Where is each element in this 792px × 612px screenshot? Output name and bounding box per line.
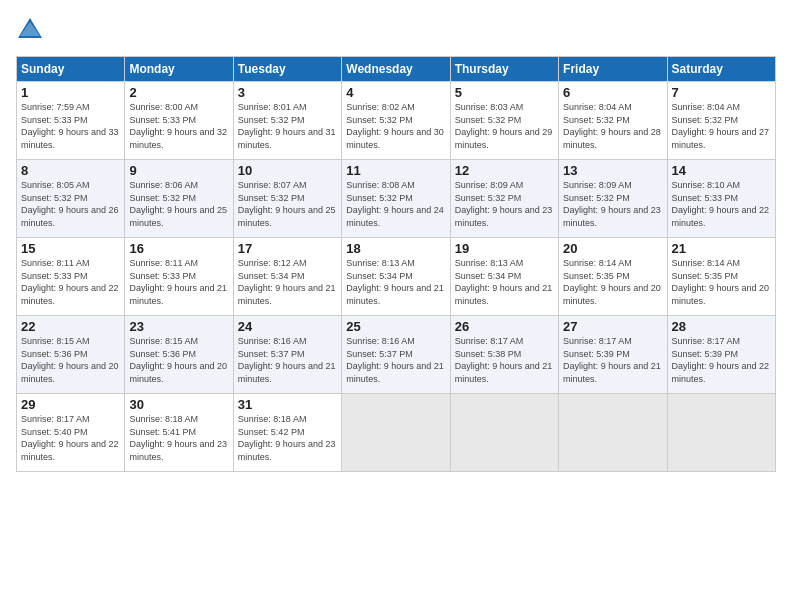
- day-number: 22: [21, 319, 120, 334]
- calendar-cell: 2Sunrise: 8:00 AMSunset: 5:33 PMDaylight…: [125, 82, 233, 160]
- day-info: Sunrise: 8:15 AMSunset: 5:36 PMDaylight:…: [21, 335, 120, 385]
- calendar-cell: 30Sunrise: 8:18 AMSunset: 5:41 PMDayligh…: [125, 394, 233, 472]
- day-number: 28: [672, 319, 771, 334]
- calendar-cell: 8Sunrise: 8:05 AMSunset: 5:32 PMDaylight…: [17, 160, 125, 238]
- day-info: Sunrise: 8:14 AMSunset: 5:35 PMDaylight:…: [672, 257, 771, 307]
- day-number: 9: [129, 163, 228, 178]
- day-info: Sunrise: 8:12 AMSunset: 5:34 PMDaylight:…: [238, 257, 337, 307]
- day-info: Sunrise: 8:10 AMSunset: 5:33 PMDaylight:…: [672, 179, 771, 229]
- calendar-cell: 14Sunrise: 8:10 AMSunset: 5:33 PMDayligh…: [667, 160, 775, 238]
- day-number: 3: [238, 85, 337, 100]
- day-number: 14: [672, 163, 771, 178]
- calendar-cell: 20Sunrise: 8:14 AMSunset: 5:35 PMDayligh…: [559, 238, 667, 316]
- day-number: 23: [129, 319, 228, 334]
- day-number: 6: [563, 85, 662, 100]
- calendar-week-1: 1Sunrise: 7:59 AMSunset: 5:33 PMDaylight…: [17, 82, 776, 160]
- day-number: 7: [672, 85, 771, 100]
- day-info: Sunrise: 8:04 AMSunset: 5:32 PMDaylight:…: [563, 101, 662, 151]
- day-number: 20: [563, 241, 662, 256]
- svg-marker-1: [20, 22, 40, 36]
- calendar-week-3: 15Sunrise: 8:11 AMSunset: 5:33 PMDayligh…: [17, 238, 776, 316]
- day-number: 26: [455, 319, 554, 334]
- calendar-cell: 5Sunrise: 8:03 AMSunset: 5:32 PMDaylight…: [450, 82, 558, 160]
- calendar-cell: 29Sunrise: 8:17 AMSunset: 5:40 PMDayligh…: [17, 394, 125, 472]
- day-header-tuesday: Tuesday: [233, 57, 341, 82]
- calendar-cell: 18Sunrise: 8:13 AMSunset: 5:34 PMDayligh…: [342, 238, 450, 316]
- day-info: Sunrise: 8:13 AMSunset: 5:34 PMDaylight:…: [346, 257, 445, 307]
- day-info: Sunrise: 8:11 AMSunset: 5:33 PMDaylight:…: [21, 257, 120, 307]
- day-info: Sunrise: 8:17 AMSunset: 5:38 PMDaylight:…: [455, 335, 554, 385]
- calendar-cell: 25Sunrise: 8:16 AMSunset: 5:37 PMDayligh…: [342, 316, 450, 394]
- calendar-cell: [342, 394, 450, 472]
- day-number: 10: [238, 163, 337, 178]
- calendar-cell: 1Sunrise: 7:59 AMSunset: 5:33 PMDaylight…: [17, 82, 125, 160]
- day-header-thursday: Thursday: [450, 57, 558, 82]
- day-header-friday: Friday: [559, 57, 667, 82]
- day-info: Sunrise: 8:06 AMSunset: 5:32 PMDaylight:…: [129, 179, 228, 229]
- day-header-monday: Monday: [125, 57, 233, 82]
- calendar-table: SundayMondayTuesdayWednesdayThursdayFrid…: [16, 56, 776, 472]
- calendar-week-2: 8Sunrise: 8:05 AMSunset: 5:32 PMDaylight…: [17, 160, 776, 238]
- calendar-cell: [667, 394, 775, 472]
- day-info: Sunrise: 8:07 AMSunset: 5:32 PMDaylight:…: [238, 179, 337, 229]
- calendar-cell: 16Sunrise: 8:11 AMSunset: 5:33 PMDayligh…: [125, 238, 233, 316]
- day-number: 2: [129, 85, 228, 100]
- day-number: 27: [563, 319, 662, 334]
- day-info: Sunrise: 8:08 AMSunset: 5:32 PMDaylight:…: [346, 179, 445, 229]
- calendar-cell: 11Sunrise: 8:08 AMSunset: 5:32 PMDayligh…: [342, 160, 450, 238]
- logo-icon: [16, 16, 44, 44]
- day-number: 25: [346, 319, 445, 334]
- day-info: Sunrise: 8:02 AMSunset: 5:32 PMDaylight:…: [346, 101, 445, 151]
- calendar-cell: 27Sunrise: 8:17 AMSunset: 5:39 PMDayligh…: [559, 316, 667, 394]
- calendar-cell: 23Sunrise: 8:15 AMSunset: 5:36 PMDayligh…: [125, 316, 233, 394]
- day-info: Sunrise: 8:17 AMSunset: 5:40 PMDaylight:…: [21, 413, 120, 463]
- calendar-cell: 17Sunrise: 8:12 AMSunset: 5:34 PMDayligh…: [233, 238, 341, 316]
- day-info: Sunrise: 8:17 AMSunset: 5:39 PMDaylight:…: [563, 335, 662, 385]
- day-info: Sunrise: 8:01 AMSunset: 5:32 PMDaylight:…: [238, 101, 337, 151]
- day-info: Sunrise: 8:18 AMSunset: 5:41 PMDaylight:…: [129, 413, 228, 463]
- day-info: Sunrise: 8:05 AMSunset: 5:32 PMDaylight:…: [21, 179, 120, 229]
- calendar-cell: 9Sunrise: 8:06 AMSunset: 5:32 PMDaylight…: [125, 160, 233, 238]
- calendar-cell: 12Sunrise: 8:09 AMSunset: 5:32 PMDayligh…: [450, 160, 558, 238]
- calendar-header-row: SundayMondayTuesdayWednesdayThursdayFrid…: [17, 57, 776, 82]
- calendar-cell: [559, 394, 667, 472]
- day-header-wednesday: Wednesday: [342, 57, 450, 82]
- calendar-cell: 26Sunrise: 8:17 AMSunset: 5:38 PMDayligh…: [450, 316, 558, 394]
- calendar-body: 1Sunrise: 7:59 AMSunset: 5:33 PMDaylight…: [17, 82, 776, 472]
- day-number: 11: [346, 163, 445, 178]
- day-number: 16: [129, 241, 228, 256]
- day-number: 24: [238, 319, 337, 334]
- calendar-cell: 4Sunrise: 8:02 AMSunset: 5:32 PMDaylight…: [342, 82, 450, 160]
- calendar-cell: 10Sunrise: 8:07 AMSunset: 5:32 PMDayligh…: [233, 160, 341, 238]
- day-number: 8: [21, 163, 120, 178]
- day-info: Sunrise: 7:59 AMSunset: 5:33 PMDaylight:…: [21, 101, 120, 151]
- day-number: 1: [21, 85, 120, 100]
- day-number: 4: [346, 85, 445, 100]
- calendar-cell: 19Sunrise: 8:13 AMSunset: 5:34 PMDayligh…: [450, 238, 558, 316]
- calendar-cell: 31Sunrise: 8:18 AMSunset: 5:42 PMDayligh…: [233, 394, 341, 472]
- day-number: 31: [238, 397, 337, 412]
- header: [16, 16, 776, 44]
- day-info: Sunrise: 8:15 AMSunset: 5:36 PMDaylight:…: [129, 335, 228, 385]
- calendar-cell: 22Sunrise: 8:15 AMSunset: 5:36 PMDayligh…: [17, 316, 125, 394]
- day-number: 13: [563, 163, 662, 178]
- day-number: 19: [455, 241, 554, 256]
- calendar-cell: 6Sunrise: 8:04 AMSunset: 5:32 PMDaylight…: [559, 82, 667, 160]
- day-info: Sunrise: 8:09 AMSunset: 5:32 PMDaylight:…: [455, 179, 554, 229]
- day-number: 21: [672, 241, 771, 256]
- day-info: Sunrise: 8:09 AMSunset: 5:32 PMDaylight:…: [563, 179, 662, 229]
- day-header-sunday: Sunday: [17, 57, 125, 82]
- day-number: 5: [455, 85, 554, 100]
- day-number: 12: [455, 163, 554, 178]
- day-number: 15: [21, 241, 120, 256]
- day-info: Sunrise: 8:14 AMSunset: 5:35 PMDaylight:…: [563, 257, 662, 307]
- day-info: Sunrise: 8:04 AMSunset: 5:32 PMDaylight:…: [672, 101, 771, 151]
- day-number: 17: [238, 241, 337, 256]
- calendar-cell: 28Sunrise: 8:17 AMSunset: 5:39 PMDayligh…: [667, 316, 775, 394]
- calendar-page: SundayMondayTuesdayWednesdayThursdayFrid…: [0, 0, 792, 612]
- calendar-cell: 15Sunrise: 8:11 AMSunset: 5:33 PMDayligh…: [17, 238, 125, 316]
- calendar-cell: 7Sunrise: 8:04 AMSunset: 5:32 PMDaylight…: [667, 82, 775, 160]
- day-number: 29: [21, 397, 120, 412]
- day-info: Sunrise: 8:16 AMSunset: 5:37 PMDaylight:…: [346, 335, 445, 385]
- day-header-saturday: Saturday: [667, 57, 775, 82]
